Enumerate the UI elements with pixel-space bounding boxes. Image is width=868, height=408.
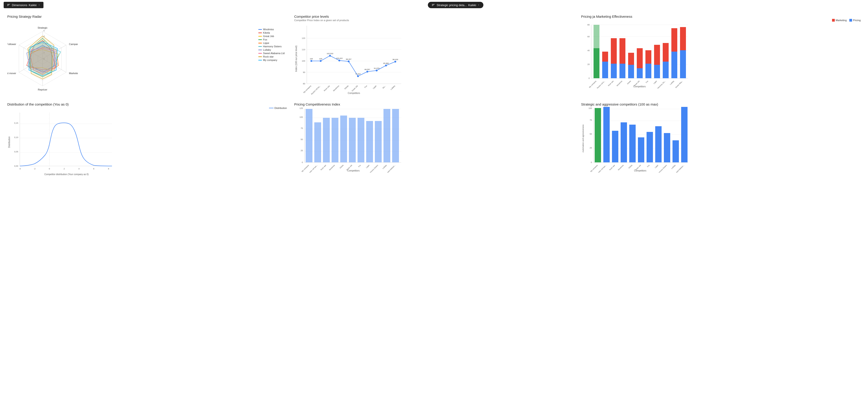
svg-text:0: 0	[49, 168, 50, 170]
svg-rect-106	[671, 52, 677, 78]
dimensions-dropdown: Kaikki	[29, 3, 37, 7]
fox-label: Fox	[263, 38, 267, 41]
svg-point-49	[329, 55, 331, 57]
filter-icon	[7, 3, 10, 7]
svg-text:Sis...: Sis...	[382, 85, 386, 89]
dist-legend-line	[269, 108, 274, 108]
svg-rect-197	[647, 132, 653, 162]
svg-text:0,15: 0,15	[14, 122, 18, 124]
svg-rect-105	[663, 43, 669, 62]
svg-text:25: 25	[590, 147, 592, 149]
svg-text:Woolmiss: Woolmiss	[329, 164, 335, 171]
competitiveness-title: Pricing Competitiveness Index	[294, 102, 574, 106]
svg-text:Index (100 our price level): Index (100 our price level)	[295, 45, 298, 72]
svg-text:Competitors: Competitors	[634, 169, 646, 172]
svg-text:Fox: Fox	[364, 85, 368, 89]
svg-text:Lippe: Lippe	[654, 164, 659, 169]
dist-legend: Distribution	[7, 107, 287, 109]
greatjob-label: Great Job	[263, 35, 274, 37]
svg-rect-199	[664, 133, 670, 162]
svg-text:98,207: 98,207	[346, 58, 351, 60]
svg-text:Campaigner: Campaigner	[69, 43, 78, 45]
pricing-marketing-panel: Pricing ja Marketing Effectiveness Marke…	[578, 12, 864, 100]
svg-text:95,886: 95,886	[383, 62, 389, 64]
rockstar-label: Rock star	[263, 55, 274, 58]
svg-text:77,637: 77,637	[355, 73, 361, 75]
svg-text:8: 8	[108, 168, 109, 170]
svg-text:20: 20	[587, 63, 590, 66]
svg-text:Fox: Fox	[645, 80, 649, 83]
svg-text:5: 5	[43, 30, 44, 32]
fox-color	[258, 39, 262, 40]
svg-point-50	[338, 60, 340, 61]
svg-rect-103	[654, 45, 660, 65]
svg-rect-93	[611, 38, 617, 64]
svg-rect-97	[628, 53, 634, 65]
harmony-color	[258, 46, 262, 47]
legend-fox: Fox	[258, 38, 285, 41]
mycompany-label: My company	[263, 59, 277, 61]
svg-point-47	[310, 60, 312, 62]
svg-text:125: 125	[300, 107, 303, 109]
svg-text:Competitor distribution (Your : Competitor distribution (Your company as…	[44, 173, 89, 176]
competitor-price-title: Competitor price levels	[294, 14, 574, 19]
rockstar-color	[258, 57, 262, 57]
legend-pricing: Pricing	[849, 19, 861, 22]
legend-rockstar: Rock star	[258, 55, 285, 58]
svg-text:60: 60	[587, 35, 590, 38]
svg-text:80: 80	[303, 82, 305, 85]
radar-title: Pricing Strategy Radar	[7, 14, 287, 19]
svg-point-53	[366, 71, 368, 73]
svg-rect-159	[340, 115, 347, 162]
woolmiss-label: Woolmiss	[263, 28, 274, 31]
competitor-price-subtitle: Competitor Price Index on a given set of…	[294, 19, 574, 22]
svg-text:2: 2	[63, 168, 65, 170]
distribution-title: Distribution of the competition (You as …	[7, 102, 287, 106]
svg-rect-104	[663, 62, 669, 78]
svg-rect-157	[323, 118, 330, 162]
svg-rect-102	[654, 65, 660, 78]
kikela-color	[258, 33, 262, 33]
svg-rect-91	[602, 52, 608, 62]
dimensions-filter-btn[interactable]: Dimensions Kaikki	[4, 2, 43, 8]
legend-sweetalabama: Sweet Alabama Ltd	[258, 52, 285, 55]
svg-rect-96	[628, 65, 634, 78]
competitiveness-svg: 0 25 50 75 100 125	[294, 107, 403, 173]
svg-text:Lippe: Lippe	[372, 85, 377, 90]
svg-text:My company: My company	[590, 164, 598, 173]
top-bar: Dimensions Kaikki Strategic pricing deta…	[0, 0, 868, 10]
legend-mycompany: My company	[258, 59, 285, 61]
pricing-label-legend: Pricing	[853, 19, 861, 22]
svg-text:Woolmiss: Woolmiss	[616, 80, 623, 87]
radar-chart-panel: Pricing Strategy Radar	[4, 12, 290, 100]
sweet-label: Sweet Alabama Ltd	[263, 52, 285, 55]
legend-lullaby: Lullaby	[258, 48, 285, 51]
svg-text:Lippe: Lippe	[653, 80, 657, 84]
svg-text:Kikela: Kikela	[339, 164, 344, 169]
strategic-filter-btn[interactable]: Strategic pricing deta... Kaikki	[428, 2, 484, 8]
marketing-swatch	[832, 19, 835, 22]
svg-text:100: 100	[300, 116, 303, 118]
svg-rect-109	[680, 27, 686, 50]
svg-point-48	[320, 60, 321, 62]
pm-legend: Marketing Pricing	[581, 19, 861, 22]
svg-text:102,532: 102,532	[327, 53, 333, 55]
svg-text:100,422: 100,422	[336, 57, 342, 59]
svg-rect-192	[603, 107, 610, 162]
pricing-swatch	[849, 19, 852, 22]
lippe-color	[258, 43, 262, 43]
svg-text:50: 50	[590, 133, 592, 135]
svg-rect-108	[680, 50, 686, 78]
svg-rect-90	[602, 62, 608, 78]
radar-chart-svg: 5 4 3 2 1 0 Strategic Campaigner Markete…	[7, 19, 78, 92]
svg-text:89,557: 89,557	[364, 68, 370, 70]
svg-text:Rock star: Rock star	[609, 164, 616, 171]
competitiveness-panel: Pricing Competitiveness Index 0 25 50 75…	[290, 100, 578, 180]
svg-text:0,05: 0,05	[14, 150, 18, 153]
svg-rect-165	[392, 109, 399, 162]
svg-text:First mover: First mover	[7, 72, 16, 75]
svg-text:90: 90	[303, 71, 305, 73]
center-chevron-icon	[477, 4, 480, 6]
svg-text:Lullaby: Lullaby	[390, 85, 396, 90]
svg-text:40: 40	[587, 49, 590, 52]
